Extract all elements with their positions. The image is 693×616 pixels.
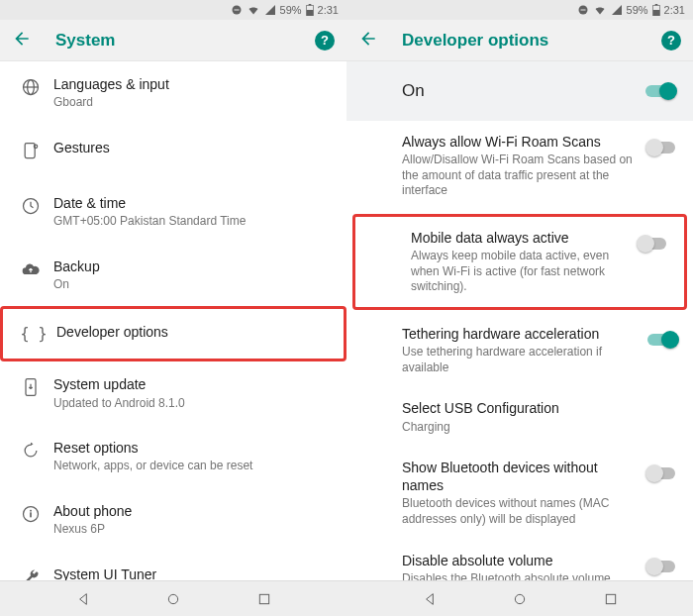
master-switch[interactable] [644, 82, 677, 100]
switch[interactable] [637, 235, 670, 253]
dnd-icon [231, 4, 243, 16]
item-title: Always allow Wi-Fi Roam Scans [402, 133, 638, 151]
item-title: Gestures [53, 139, 325, 156]
braces-icon: { } [17, 323, 50, 343]
clock-icon [14, 194, 48, 216]
master-toggle-row[interactable]: On [346, 61, 693, 121]
item-system-update[interactable]: System update Updated to Android 8.1.0 [0, 361, 346, 425]
clock: 2:31 [664, 4, 685, 16]
back-icon[interactable] [358, 29, 378, 51]
item-subtitle: Always keep mobile data active, even whe… [411, 249, 629, 295]
item-gestures[interactable]: Gestures [0, 125, 346, 180]
settings-list: Languages & input Gboard Gestures Date &… [0, 61, 346, 580]
signal-icon [264, 4, 276, 16]
info-icon [14, 502, 48, 524]
switch[interactable] [645, 464, 679, 482]
item-subtitle: Allow/Disallow Wi-Fi Roam Scans based on… [402, 153, 638, 199]
item-subtitle: Updated to Android 8.1.0 [53, 396, 325, 412]
globe-icon [14, 75, 48, 97]
svg-rect-23 [606, 594, 615, 603]
item-subtitle: Nexus 6P [53, 522, 325, 538]
svg-point-15 [168, 594, 177, 603]
nav-bar [0, 580, 346, 616]
item-title: Languages & input [53, 75, 325, 93]
item-title: Mobile data always active [411, 229, 629, 247]
battery-icon [306, 4, 314, 16]
item-mobile-data-always-active[interactable]: Mobile data always active Always keep mo… [352, 214, 687, 310]
item-system-ui-tuner[interactable]: System UI Tuner [0, 552, 346, 580]
switch[interactable] [645, 331, 679, 349]
item-title: Reset options [53, 439, 325, 457]
item-date-time[interactable]: Date & time GMT+05:00 Pakistan Standard … [0, 180, 346, 244]
svg-rect-14 [30, 510, 32, 512]
system-update-icon [14, 375, 48, 397]
clock: 2:31 [318, 4, 339, 16]
app-bar: Developer options ? [346, 20, 693, 61]
status-bar: 59% 2:31 [0, 0, 346, 20]
item-subtitle: Bluetooth devices without names (MAC add… [402, 496, 638, 527]
svg-rect-8 [25, 143, 35, 157]
item-title: System UI Tuner [53, 565, 325, 580]
nav-recents-icon[interactable] [603, 591, 619, 607]
nav-home-icon[interactable] [512, 591, 528, 607]
back-icon[interactable] [12, 29, 32, 51]
signal-icon [611, 4, 623, 16]
switch[interactable] [645, 558, 679, 575]
item-subtitle: Use tethering hardware acceleration if a… [402, 345, 638, 375]
item-developer-options[interactable]: { } Developer options [0, 306, 346, 361]
switch[interactable] [645, 139, 679, 156]
item-subtitle: Charging [402, 420, 671, 436]
cloud-upload-icon [14, 257, 48, 279]
battery-icon [652, 4, 660, 16]
battery-pct: 59% [280, 4, 302, 16]
item-tethering-hw-accel[interactable]: Tethering hardware acceleration Use teth… [346, 313, 693, 387]
item-about-phone[interactable]: About phone Nexus 6P [0, 488, 346, 552]
wrench-icon [14, 565, 48, 580]
reset-icon [14, 439, 48, 461]
svg-point-9 [34, 145, 37, 148]
item-show-bt-without-names[interactable]: Show Bluetooth devices without names Blu… [346, 447, 693, 540]
item-reset-options[interactable]: Reset options Network, apps, or device c… [0, 425, 346, 488]
nav-recents-icon[interactable] [256, 591, 272, 607]
dev-options-list: Always allow Wi-Fi Roam Scans Allow/Disa… [346, 121, 693, 580]
dnd-icon [577, 4, 589, 16]
svg-rect-4 [306, 10, 313, 16]
nav-bar [346, 580, 693, 616]
item-subtitle: On [53, 277, 325, 293]
item-wifi-roam-scans[interactable]: Always allow Wi-Fi Roam Scans Allow/Disa… [346, 121, 693, 211]
item-subtitle: Disables the Bluetooth absolute volume f… [402, 571, 638, 580]
help-icon[interactable]: ? [661, 31, 681, 51]
item-title: Select USB Configuration [402, 399, 671, 417]
item-title: System update [53, 375, 325, 393]
status-bar: 59% 2:31 [346, 0, 693, 20]
item-title: Tethering hardware acceleration [402, 325, 638, 343]
item-title: About phone [53, 502, 325, 520]
item-languages-input[interactable]: Languages & input Gboard [0, 61, 346, 125]
master-toggle-label: On [402, 81, 644, 101]
svg-rect-18 [580, 10, 585, 11]
battery-pct: 59% [627, 4, 648, 16]
nav-back-icon[interactable] [422, 591, 438, 607]
item-title: Disable absolute volume [402, 552, 638, 569]
gestures-icon [14, 139, 48, 160]
help-icon[interactable]: ? [315, 31, 335, 51]
phone-left: 59% 2:31 System ? Languages & input Gboa… [0, 0, 346, 616]
phone-right: 59% 2:31 Developer options ? On Always a… [346, 0, 693, 616]
nav-back-icon[interactable] [75, 591, 91, 607]
item-subtitle: Network, apps, or device can be reset [53, 459, 325, 474]
wifi-icon [593, 4, 607, 16]
svg-rect-16 [259, 594, 268, 603]
nav-home-icon[interactable] [165, 591, 181, 607]
item-title: Show Bluetooth devices without names [402, 459, 638, 494]
item-title: Date & time [53, 194, 325, 212]
item-backup[interactable]: Backup On [0, 244, 346, 307]
item-select-usb-config[interactable]: Select USB Configuration Charging [346, 387, 693, 447]
svg-rect-13 [30, 512, 32, 517]
svg-rect-1 [234, 10, 239, 11]
wifi-icon [247, 4, 260, 16]
item-disable-absolute-volume[interactable]: Disable absolute volume Disables the Blu… [346, 540, 693, 580]
svg-point-22 [515, 594, 524, 603]
page-title: Developer options [402, 31, 661, 51]
page-title: System [55, 31, 315, 51]
app-bar: System ? [0, 20, 346, 61]
